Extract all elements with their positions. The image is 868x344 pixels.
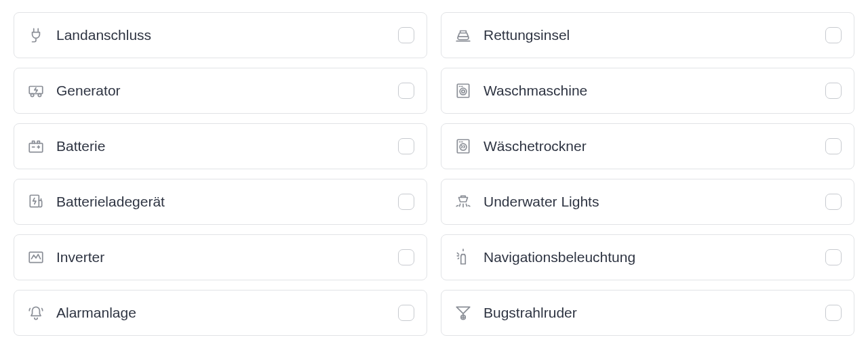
option-label-navigation-lights: Navigationsbeleuchtung (484, 249, 825, 265)
option-row-battery-charger[interactable]: Batterieladegerät (14, 179, 427, 225)
option-label-battery-charger: Batterieladegerät (56, 194, 398, 210)
charger-icon (26, 192, 45, 211)
checkbox-washing-machine[interactable] (825, 83, 842, 99)
option-row-washing-machine[interactable]: Waschmaschine (441, 68, 854, 114)
option-label-life-raft: Rettungsinsel (484, 27, 825, 43)
alarm-icon (26, 303, 45, 322)
option-row-life-raft[interactable]: Rettungsinsel (441, 12, 854, 58)
checkbox-inverter[interactable] (398, 249, 414, 265)
svg-rect-4 (29, 144, 43, 152)
svg-point-2 (460, 88, 467, 95)
option-row-underwater-lights[interactable]: Underwater Lights (441, 179, 854, 225)
generator-icon (26, 81, 45, 100)
option-label-alarm-system: Alarmanlage (56, 305, 398, 321)
option-row-inverter[interactable]: Inverter (14, 234, 427, 280)
option-label-inverter: Inverter (56, 249, 398, 265)
option-label-washing-machine: Waschmaschine (484, 83, 825, 99)
option-label-shore-power: Landanschluss (56, 27, 398, 43)
underwater-light-icon (454, 192, 473, 211)
option-row-navigation-lights[interactable]: Navigationsbeleuchtung (441, 234, 854, 280)
life-raft-icon (454, 26, 473, 45)
checkbox-underwater-lights[interactable] (825, 194, 842, 210)
checkbox-shore-power[interactable] (398, 27, 414, 43)
option-label-dryer: Wäschetrockner (484, 138, 825, 154)
checkbox-bow-thruster[interactable] (825, 305, 842, 321)
plug-icon (26, 26, 45, 45)
svg-point-3 (462, 90, 465, 93)
checkbox-dryer[interactable] (825, 138, 842, 154)
option-row-bow-thruster[interactable]: Bugstrahlruder (441, 290, 854, 336)
washer-icon (454, 81, 473, 100)
inverter-icon (26, 248, 45, 267)
checkbox-navigation-lights[interactable] (825, 249, 842, 265)
option-row-dryer[interactable]: Wäschetrockner (441, 123, 854, 169)
option-label-underwater-lights: Underwater Lights (484, 194, 825, 210)
option-row-shore-power[interactable]: Landanschluss (14, 12, 427, 58)
option-label-generator: Generator (56, 83, 398, 99)
option-row-battery[interactable]: Batterie (14, 123, 427, 169)
nav-light-icon (454, 248, 473, 267)
checkbox-generator[interactable] (398, 83, 414, 99)
dryer-icon (454, 137, 473, 156)
option-label-battery: Batterie (56, 138, 398, 154)
checkbox-life-raft[interactable] (825, 27, 842, 43)
checkbox-battery[interactable] (398, 138, 414, 154)
svg-point-6 (460, 144, 467, 150)
checkbox-alarm-system[interactable] (398, 305, 414, 321)
bow-thruster-icon (454, 303, 473, 322)
option-row-generator[interactable]: Generator (14, 68, 427, 114)
checkbox-battery-charger[interactable] (398, 194, 414, 210)
option-row-alarm-system[interactable]: Alarmanlage (14, 290, 427, 336)
equipment-option-grid: Landanschluss Rettungsinsel Generator Wa… (14, 12, 854, 336)
option-label-bow-thruster: Bugstrahlruder (484, 305, 825, 321)
battery-icon (26, 137, 45, 156)
